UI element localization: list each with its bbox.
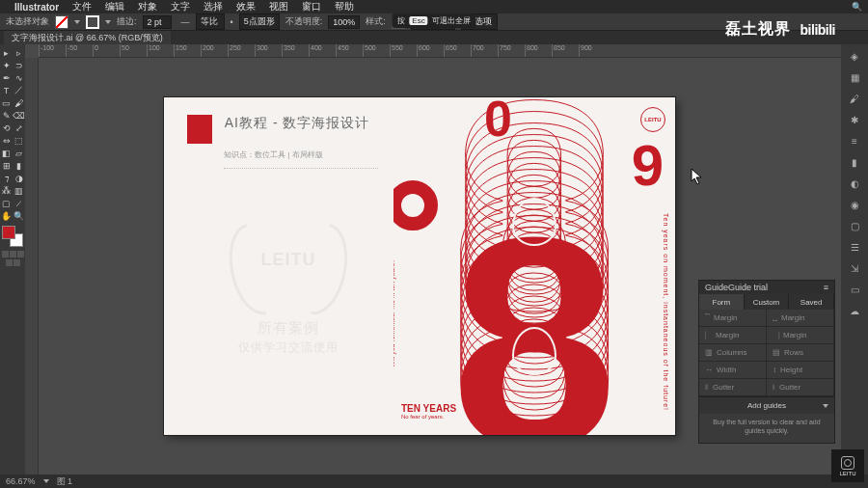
gradient-panel-icon[interactable]: ▮ xyxy=(847,154,862,170)
paintbrush-tool[interactable]: 🖌 xyxy=(13,96,25,109)
menu-type[interactable]: 文字 xyxy=(166,0,195,14)
slice-tool[interactable]: ⟋ xyxy=(13,197,25,209)
zoom-level[interactable]: 66.67% xyxy=(6,476,36,486)
shape-builder-tool[interactable]: ◧ xyxy=(0,147,13,159)
menu-help[interactable]: 帮助 xyxy=(330,0,359,14)
rectangle-tool[interactable]: ▭ xyxy=(0,96,13,109)
line-tool[interactable]: ／ xyxy=(13,84,25,96)
panel-menu-icon[interactable]: ≡ xyxy=(824,283,828,292)
asset-export-panel-icon[interactable]: ⇲ xyxy=(847,260,862,276)
gutter-h-field[interactable]: ⫴Gutter xyxy=(699,379,767,396)
rotate-tool[interactable]: ⟲ xyxy=(0,122,13,134)
fill-swatch[interactable] xyxy=(55,15,68,29)
graphic-styles-panel-icon[interactable]: ▢ xyxy=(847,218,862,233)
columns-field[interactable]: ▥Columns xyxy=(699,344,767,362)
margin-left-field[interactable]: ⎸Margin xyxy=(699,327,767,344)
appearance-panel-icon[interactable]: ◉ xyxy=(847,197,862,212)
width-field[interactable]: ↔Width xyxy=(699,362,767,379)
right-panel-strip: ◈ ▦ 🖌 ✱ ≡ ▮ ◐ ◉ ▢ ☰ ⇲ ▭ ☁ xyxy=(841,44,868,474)
stroke-swatch[interactable] xyxy=(86,15,99,29)
ruler-mark: 200 xyxy=(201,44,228,57)
perspective-tool[interactable]: ▱ xyxy=(13,147,25,159)
height-field[interactable]: ↕Height xyxy=(767,362,834,379)
app-name-menu[interactable]: Illustrator xyxy=(10,2,64,13)
tab-custom[interactable]: Custom xyxy=(745,294,790,310)
ruler-mark: 900 xyxy=(579,44,606,57)
magic-wand-tool[interactable]: ✦ xyxy=(0,59,13,71)
margin-right-field[interactable]: ⎹Margin xyxy=(767,327,834,344)
draw-modes[interactable] xyxy=(2,251,24,258)
gradient-tool[interactable]: ▮ xyxy=(13,159,25,172)
margin-bottom-field[interactable]: ⎵Margin xyxy=(767,310,834,327)
brushes-panel-icon[interactable]: 🖌 xyxy=(847,91,862,106)
bilibili-logo: bilibili xyxy=(800,22,835,38)
chevron-down-icon[interactable] xyxy=(105,20,111,24)
lasso-tool[interactable]: ⊃ xyxy=(13,59,25,71)
graph-tool[interactable]: ▥ xyxy=(13,184,25,197)
chevron-down-icon[interactable] xyxy=(43,479,49,483)
selection-tool[interactable]: ▸ xyxy=(0,46,13,59)
artboard-tool[interactable]: ▢ xyxy=(0,197,13,209)
menu-effect[interactable]: 效果 xyxy=(231,0,260,14)
chevron-down-icon[interactable] xyxy=(74,20,80,24)
width-tool[interactable]: ⇔ xyxy=(0,134,13,147)
hint-prefix: 按 xyxy=(397,15,405,26)
stroke-weight-field[interactable]: 2 pt xyxy=(143,15,172,29)
scale-tool[interactable]: ⤢ xyxy=(13,122,25,134)
vertical-ruler[interactable] xyxy=(25,58,39,474)
fill-well[interactable] xyxy=(2,226,15,239)
menu-file[interactable]: 文件 xyxy=(68,0,96,14)
transparency-panel-icon[interactable]: ◐ xyxy=(847,176,862,191)
direct-selection-tool[interactable]: ▹ xyxy=(13,46,25,59)
hand-tool[interactable]: ✋ xyxy=(0,209,13,222)
search-icon[interactable]: 🔍 xyxy=(852,2,862,12)
gutter-v-field[interactable]: ⫲Gutter xyxy=(767,379,834,396)
ruler-mark: 750 xyxy=(498,44,525,57)
stroke-label: 描边: xyxy=(117,15,137,28)
chevron-down-icon[interactable] xyxy=(823,404,828,408)
opacity-field[interactable]: 100% xyxy=(328,15,360,29)
guideguide-panel[interactable]: GuideGuide trial ≡ Form Custom Saved ⎴Ma… xyxy=(698,280,835,444)
video-watermark: 磊土视界 bilibili xyxy=(725,19,835,40)
menu-window[interactable]: 窗口 xyxy=(297,0,326,14)
brush-profile-field[interactable]: 5点圆形 xyxy=(239,14,280,30)
fill-stroke-wells[interactable] xyxy=(2,226,23,247)
symbols-panel-icon[interactable]: ✱ xyxy=(847,112,862,127)
tools-panel: ▸▹ ✦⊃ ✒∿ T／ ▭🖌 ✎⌫ ⟲⤢ ⇔⬚ ◧▱ ⊞▮ ⁊◑ ⁂▥ ▢⟋ ✋… xyxy=(0,44,25,474)
menu-view[interactable]: 视图 xyxy=(264,0,293,14)
curvature-tool[interactable]: ∿ xyxy=(13,71,25,84)
pen-tool[interactable]: ✒ xyxy=(0,71,13,84)
zoom-tool[interactable]: 🔍 xyxy=(13,209,25,222)
type-tool[interactable]: T xyxy=(0,84,13,96)
horizontal-ruler[interactable]: -100 -50 0 50 100 150 200 250 300 350 40… xyxy=(39,44,841,58)
add-guides-button[interactable]: Add guides xyxy=(699,396,834,414)
panel-tabs: Form Custom Saved xyxy=(699,294,834,310)
layers-panel-icon[interactable]: ☰ xyxy=(847,239,862,255)
artboards-panel-icon[interactable]: ▭ xyxy=(847,282,862,297)
menu-object[interactable]: 对象 xyxy=(133,0,162,14)
mesh-tool[interactable]: ⊞ xyxy=(0,159,13,172)
color-panel-icon[interactable]: ◈ xyxy=(847,48,862,64)
eyedropper-tool[interactable]: ⁊ xyxy=(0,172,13,184)
menu-select[interactable]: 选择 xyxy=(199,0,228,14)
stroke-panel-icon[interactable]: ≡ xyxy=(847,133,862,149)
free-transform-tool[interactable]: ⬚ xyxy=(13,134,25,147)
layer-indicator[interactable]: 图 1 xyxy=(57,475,73,488)
menu-edit[interactable]: 编辑 xyxy=(100,0,129,14)
tab-form[interactable]: Form xyxy=(699,294,745,310)
shaper-tool[interactable]: ✎ xyxy=(0,109,13,122)
panel-header[interactable]: GuideGuide trial ≡ xyxy=(699,281,834,294)
screen-modes[interactable] xyxy=(6,259,20,266)
leitu-text: LEITU xyxy=(839,471,855,476)
libraries-panel-icon[interactable]: ☁ xyxy=(847,303,862,318)
symbol-sprayer-tool[interactable]: ⁂ xyxy=(0,184,13,197)
document-tab[interactable]: 文字海报设计.ai @ 66.67% (RGB/预览) xyxy=(4,31,171,44)
rows-field[interactable]: ▤Rows xyxy=(767,344,834,362)
margin-top-field[interactable]: ⎴Margin xyxy=(699,310,767,327)
blend-tool[interactable]: ◑ xyxy=(13,172,25,184)
uniform-field[interactable]: 等比 xyxy=(196,14,225,30)
tab-saved[interactable]: Saved xyxy=(789,294,834,310)
eraser-tool[interactable]: ⌫ xyxy=(13,109,25,122)
swatches-panel-icon[interactable]: ▦ xyxy=(847,69,862,85)
ruler-mark: 450 xyxy=(336,44,363,57)
